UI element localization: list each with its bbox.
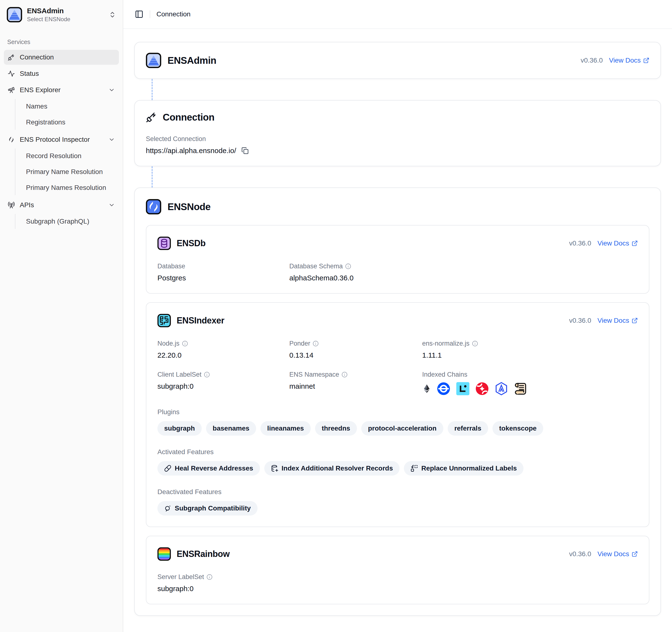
app-subtitle: Select ENSNode — [27, 16, 104, 23]
view-docs-label: View Docs — [597, 240, 629, 247]
info-icon[interactable] — [345, 263, 351, 269]
sidebar-item-label: ENS Explorer — [20, 86, 103, 94]
replace-icon — [411, 465, 418, 472]
panel-left-icon[interactable] — [135, 10, 143, 19]
field-ponder: Ponder 0.13.14 — [289, 340, 422, 359]
external-link-icon — [631, 317, 638, 324]
info-icon[interactable] — [313, 341, 319, 346]
plugin-badge: lineanames — [260, 421, 311, 436]
sidebar-menu: Connection Status ENS Explorer Names Reg… — [4, 50, 119, 229]
breadcrumb: Connection — [157, 10, 191, 18]
deactivated-features-label: Deactivated Features — [158, 488, 638, 496]
base-icon[interactable] — [437, 382, 451, 396]
chevron-down-icon — [108, 87, 115, 93]
ensdb-logo-icon — [158, 237, 171, 250]
external-link-icon — [631, 240, 638, 246]
telescope-icon — [8, 87, 15, 94]
sidebar-item-status[interactable]: Status — [4, 66, 119, 81]
ens-mark-icon — [8, 136, 15, 143]
feature-badge: Replace Unnormalized Labels — [404, 461, 524, 476]
view-docs-label: View Docs — [609, 56, 641, 64]
connection-card: Connection Selected Connection https://a… — [134, 100, 661, 166]
card-title: ENSIndexer — [177, 316, 224, 325]
card-title: ENSRainbow — [177, 549, 230, 559]
breadcrumb-divider — [150, 10, 150, 18]
feature-badge: Index Additional Resolver Records — [264, 461, 400, 476]
pill-icon — [164, 465, 171, 472]
info-icon[interactable] — [472, 341, 478, 346]
ensrainbow-card: ENSRainbow v0.36.0 View Docs Server — [146, 536, 649, 604]
info-icon[interactable] — [204, 371, 210, 378]
arbitrum-icon[interactable] — [495, 382, 508, 396]
chevrons-up-down-icon[interactable] — [109, 11, 116, 18]
ens-explorer-submenu: Names Registrations — [15, 99, 119, 130]
card-title: Connection — [163, 112, 214, 123]
sidebar-item-ens-protocol-inspector[interactable]: ENS Protocol Inspector — [4, 132, 119, 147]
view-docs-link[interactable]: View Docs — [597, 550, 638, 558]
version-label: v0.36.0 — [580, 56, 603, 64]
ens-protocol-inspector-submenu: Record Resolution Primary Name Resolutio… — [15, 148, 119, 195]
sidebar-item-names[interactable]: Names — [23, 99, 119, 114]
plugins-label: Plugins — [158, 408, 638, 416]
sidebar-item-primary-names-resolution[interactable]: Primary Names Resolution — [23, 180, 119, 195]
sidebar-item-primary-name-resolution[interactable]: Primary Name Resolution — [23, 164, 119, 179]
ensadmin-card: ENSAdmin v0.36.0 View Docs — [134, 42, 661, 79]
sidebar-item-record-resolution[interactable]: Record Resolution — [23, 148, 119, 164]
copy-icon[interactable] — [241, 147, 249, 154]
field-ens-normalize: ens-normalize.js 1.11.1 — [422, 340, 638, 359]
feature-badge: Subgraph Compatibility — [158, 501, 258, 515]
ensdb-card: ENSDb v0.36.0 View Docs Database — [146, 225, 649, 294]
app-title: ENSAdmin — [27, 7, 104, 15]
chevron-down-icon — [108, 202, 115, 209]
activated-features-label: Activated Features — [158, 448, 638, 456]
activated-features-list: Heal Reverse Addresses Index Additional … — [158, 461, 638, 476]
view-docs-link[interactable]: View Docs — [609, 56, 649, 64]
ensindexer-card: ENSIndexer v0.36.0 View Docs Node. — [146, 302, 649, 527]
field-indexed-chains: Indexed Chains — [422, 371, 638, 396]
ethereum-icon[interactable] — [422, 382, 431, 396]
sidebar-item-apis[interactable]: APIs — [4, 198, 119, 213]
field-client-labelset: Client LabelSet subgraph:0 — [158, 371, 289, 396]
plugin-badge: subgraph — [158, 421, 202, 436]
sidebar-item-label: APIs — [20, 201, 103, 209]
sidebar-item-label: ENS Protocol Inspector — [20, 136, 103, 143]
sidebar: ENSAdmin Select ENSNode Services Connect… — [0, 0, 123, 632]
card-title: ENSDb — [177, 238, 206, 248]
plugin-badge: basenames — [206, 421, 256, 436]
external-link-icon — [643, 57, 649, 64]
version-label: v0.36.0 — [569, 550, 591, 558]
ensnode-logo-icon — [146, 199, 161, 214]
version-label: v0.36.0 — [569, 240, 591, 247]
dashed-connector — [152, 79, 152, 100]
scroll-icon[interactable] — [513, 382, 528, 396]
deactivated-features-list: Subgraph Compatibility — [158, 501, 638, 515]
plugins-list: subgraph basenames lineanames threedns p… — [158, 421, 638, 436]
plug-zap-icon — [146, 112, 157, 123]
info-icon[interactable] — [182, 341, 188, 346]
sidebar-item-ens-explorer[interactable]: ENS Explorer — [4, 82, 119, 97]
sidebar-item-subgraph-graphql[interactable]: Subgraph (GraphQL) — [23, 214, 119, 229]
field-server-labelset: Server LabelSet subgraph:0 — [158, 573, 289, 593]
sidebar-item-registrations[interactable]: Registrations — [23, 115, 119, 130]
ensrainbow-logo-icon — [158, 547, 171, 561]
sidebar-item-connection[interactable]: Connection — [4, 50, 119, 65]
selected-connection-label: Selected Connection — [146, 135, 649, 143]
sidebar-item-label: Status — [20, 70, 115, 77]
sidebar-section-label: Services — [7, 39, 119, 46]
view-docs-link[interactable]: View Docs — [597, 240, 638, 247]
linea-icon[interactable] — [456, 382, 470, 396]
info-icon[interactable] — [341, 371, 347, 378]
ensnode-selector[interactable]: ENSAdmin Select ENSNode — [4, 3, 119, 26]
card-title: ENSAdmin — [168, 55, 216, 66]
field-nodejs: Node.js 22.20.0 — [158, 340, 289, 359]
plugin-badge: threedns — [315, 421, 357, 436]
view-docs-link[interactable]: View Docs — [597, 317, 638, 324]
info-icon[interactable] — [207, 574, 213, 580]
radio-tower-icon — [8, 201, 15, 209]
optimism-icon[interactable] — [475, 382, 489, 396]
top-bar: Connection — [123, 0, 672, 29]
external-link-icon — [631, 551, 638, 557]
card-title: ENSNode — [168, 201, 211, 212]
version-label: v0.36.0 — [569, 317, 591, 324]
view-docs-label: View Docs — [597, 317, 629, 324]
